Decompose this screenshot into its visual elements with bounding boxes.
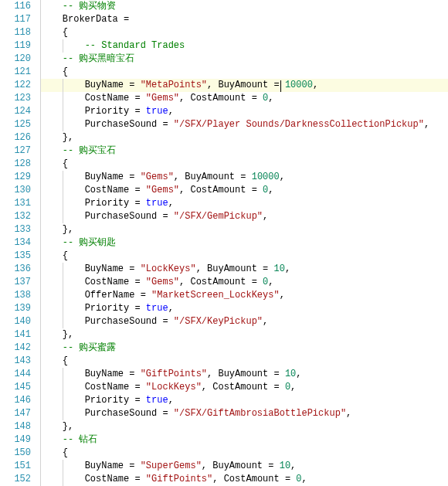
token-text: Priority = bbox=[85, 106, 146, 117]
token-string: "/SFX/Player Sounds/DarknessCollectionPi… bbox=[174, 119, 424, 130]
code-line[interactable]: PurchaseSound = "/SFX/GiftAmbrosiaBottle… bbox=[40, 407, 448, 420]
token-text: , bbox=[290, 461, 296, 471]
code-line[interactable]: Priority = true, bbox=[40, 105, 448, 118]
code-line[interactable]: { bbox=[40, 66, 448, 79]
code-line[interactable]: }, bbox=[40, 328, 448, 342]
token-comment: -- 购买蜜露 bbox=[63, 342, 117, 353]
token-text: , bbox=[268, 93, 273, 104]
line-number: 149 bbox=[0, 433, 31, 447]
code-line[interactable]: CostName = "Gems", CostAmount = 0, bbox=[40, 276, 448, 289]
token-string: "Gems" bbox=[146, 93, 179, 104]
code-line[interactable]: BuyName = "LockKeys", BuyAmount = 10, bbox=[40, 263, 448, 276]
token-text: PurchaseSound = bbox=[85, 316, 174, 327]
line-number: 145 bbox=[0, 381, 31, 394]
code-line[interactable]: Priority = true, bbox=[40, 302, 448, 315]
token-text: CostName = bbox=[85, 382, 146, 393]
code-line[interactable]: { bbox=[40, 355, 448, 368]
token-text: PurchaseSound = bbox=[85, 408, 174, 419]
token-text: , BuyAmount = bbox=[202, 461, 280, 471]
token-text: , bbox=[268, 277, 273, 287]
line-number: 147 bbox=[0, 407, 31, 420]
code-editor[interactable]: 1161171181191201211221231241251261271281… bbox=[0, 0, 448, 486]
token-text: , bbox=[168, 198, 174, 209]
token-text: }, bbox=[63, 421, 73, 432]
code-line[interactable]: PurchaseSound = "/SFX/GemPickup", bbox=[40, 210, 448, 223]
code-line[interactable]: Priority = true, bbox=[40, 197, 448, 210]
token-text: }, bbox=[63, 224, 73, 235]
token-text: , BuyAmount = bbox=[174, 172, 252, 182]
token-text: , BuyAmount = bbox=[207, 369, 285, 379]
line-number: 121 bbox=[0, 66, 31, 79]
token-text: BuyName = bbox=[85, 172, 141, 182]
code-line[interactable]: CostName = "Gems", CostAmount = 0, bbox=[40, 184, 448, 197]
token-keyword: true bbox=[146, 395, 168, 406]
token-string: "Gems" bbox=[146, 185, 179, 195]
token-string: "LockKeys" bbox=[141, 263, 196, 274]
token-number: 10 bbox=[280, 461, 290, 471]
line-number: 116 bbox=[0, 0, 31, 13]
line-number: 126 bbox=[0, 131, 31, 144]
code-line[interactable]: PurchaseSound = "/SFX/Player Sounds/Dark… bbox=[40, 118, 448, 131]
code-line[interactable]: -- 购买宝石 bbox=[40, 144, 448, 158]
code-line[interactable]: CostName = "GiftPoints", CostAmount = 0, bbox=[40, 473, 448, 486]
line-number: 152 bbox=[0, 473, 31, 486]
line-number: 128 bbox=[0, 158, 31, 171]
token-text: Priority = bbox=[85, 198, 146, 209]
line-number: 148 bbox=[0, 420, 31, 433]
line-number: 130 bbox=[0, 184, 31, 197]
token-text: , bbox=[168, 303, 174, 314]
code-line[interactable]: PurchaseSound = "/SFX/KeyPickup", bbox=[40, 315, 448, 328]
token-text: CostName = bbox=[85, 185, 146, 195]
line-number: 127 bbox=[0, 144, 31, 158]
code-line[interactable]: -- 购买蜜露 bbox=[40, 342, 448, 355]
code-line[interactable]: -- 购买黑暗宝石 bbox=[40, 53, 448, 66]
token-text: { bbox=[63, 158, 68, 169]
token-text: { bbox=[63, 355, 68, 366]
line-number: 133 bbox=[0, 223, 31, 236]
line-number: 132 bbox=[0, 210, 31, 223]
token-string: "SuperGems" bbox=[141, 461, 202, 471]
code-line[interactable]: BrokerData = bbox=[40, 13, 448, 26]
token-text: , bbox=[296, 369, 301, 379]
code-line[interactable]: }, bbox=[40, 131, 448, 144]
code-line[interactable]: OfferName = "MarketScreen_LockKeys", bbox=[40, 289, 448, 302]
line-number: 118 bbox=[0, 26, 31, 39]
code-line[interactable]: { bbox=[40, 447, 448, 460]
code-line[interactable]: -- 购买钥匙 bbox=[40, 236, 448, 250]
code-line[interactable]: -- Standard Trades bbox=[40, 39, 448, 53]
code-line[interactable]: BuyName = "MetaPoints", BuyAmount = 1000… bbox=[40, 79, 448, 92]
token-text: BuyName = bbox=[85, 263, 141, 274]
code-line[interactable]: BuyName = "SuperGems", BuyAmount = 10, bbox=[40, 460, 448, 473]
token-text: , bbox=[346, 408, 351, 419]
code-line[interactable]: { bbox=[40, 158, 448, 171]
token-text: , bbox=[268, 185, 273, 195]
token-number: 10000 bbox=[285, 80, 313, 90]
line-number: 124 bbox=[0, 105, 31, 118]
token-text: CostName = bbox=[85, 277, 146, 287]
token-text: { bbox=[63, 27, 68, 38]
code-line[interactable]: }, bbox=[40, 223, 448, 236]
token-number: 0 bbox=[285, 382, 290, 393]
code-line[interactable]: -- 钻石 bbox=[40, 433, 448, 447]
code-line[interactable]: }, bbox=[40, 420, 448, 433]
token-text: , bbox=[168, 395, 174, 406]
line-number: 120 bbox=[0, 53, 31, 66]
line-number: 150 bbox=[0, 447, 31, 460]
code-line[interactable]: { bbox=[40, 250, 448, 263]
token-text: PurchaseSound = bbox=[85, 211, 174, 222]
line-number: 138 bbox=[0, 289, 31, 302]
line-number: 135 bbox=[0, 250, 31, 263]
token-text: Priority = bbox=[85, 395, 146, 406]
code-line[interactable]: Priority = true, bbox=[40, 394, 448, 407]
token-string: "/SFX/GiftAmbrosiaBottlePickup" bbox=[174, 408, 346, 419]
code-line[interactable]: CostName = "LockKeys", CostAmount = 0, bbox=[40, 381, 448, 394]
code-line[interactable]: -- 购买物资 bbox=[40, 0, 448, 13]
token-string: "GiftPoints" bbox=[146, 474, 212, 484]
code-line[interactable]: CostName = "Gems", CostAmount = 0, bbox=[40, 92, 448, 105]
code-line[interactable]: BuyName = "Gems", BuyAmount = 10000, bbox=[40, 171, 448, 184]
token-text: PurchaseSound = bbox=[85, 119, 174, 130]
token-text: , BuyAmount = bbox=[196, 263, 274, 274]
code-line[interactable]: BuyName = "GiftPoints", BuyAmount = 10, bbox=[40, 368, 448, 381]
code-line[interactable]: { bbox=[40, 26, 448, 39]
code-area[interactable]: -- 购买物资 BrokerData = { -- Standard Trade… bbox=[40, 0, 448, 486]
